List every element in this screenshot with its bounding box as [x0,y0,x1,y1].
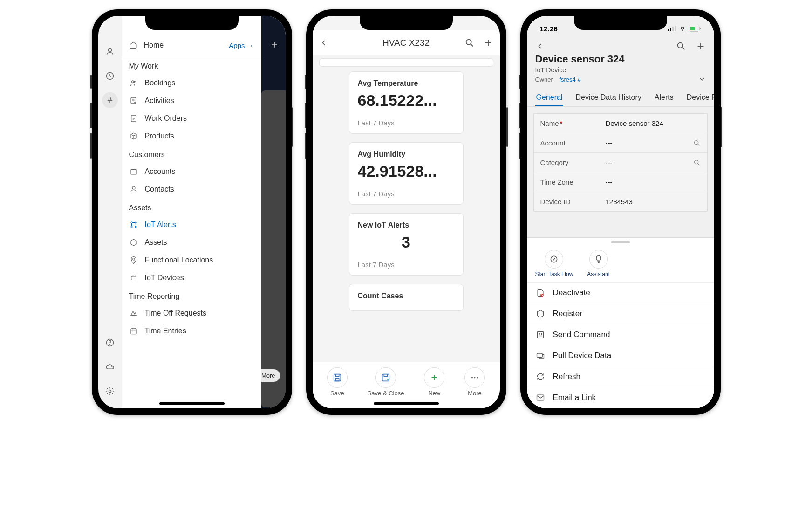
nav-time-off-requests[interactable]: Time Off Requests [122,304,261,322]
metric-card-avg-humidity[interactable]: Avg Humidity 42.91528... Last 7 Days [349,142,464,205]
products-icon [129,132,138,140]
home-icon [129,41,137,49]
field-device-id[interactable]: Device ID 1234543 [534,192,707,211]
phone-frame-2: HVAC X232 Avg Temperature 68.15222... La… [306,9,506,415]
nav-functional-locations[interactable]: Functional Locations [122,251,261,269]
card-period: Last 7 Days [358,261,455,269]
card-period: Last 7 Days [358,119,455,127]
plus-icon[interactable] [270,40,279,49]
help-icon[interactable] [102,335,118,351]
nav-bookings[interactable]: Bookings [122,74,261,92]
plus-icon[interactable] [483,38,493,48]
profile-icon[interactable] [102,44,118,60]
menu-send-command[interactable]: Send Command [527,324,714,345]
metric-card-new-iot-alerts[interactable]: New IoT Alerts 3 Last 7 Days [349,213,464,276]
signal-icon [668,26,676,31]
field-category[interactable]: Category --- [534,153,707,172]
owner-value[interactable]: fsres4 # [559,76,580,83]
background-panel [261,90,286,407]
volume-down [305,133,306,159]
svg-point-23 [474,377,476,379]
nav-products[interactable]: Products [122,127,261,145]
menu-register[interactable]: Register [527,303,714,324]
svg-rect-25 [668,29,669,31]
work-orders-icon [129,114,138,123]
svg-point-4 [109,345,110,345]
more-button[interactable]: More [464,367,485,397]
metric-card-avg-temperature[interactable]: Avg Temperature 68.15222... Last 7 Days [349,71,464,134]
metric-card-count-cases[interactable]: Count Cases [349,284,464,311]
tab-general[interactable]: General [535,90,564,106]
nav-time-entries[interactable]: Time Entries [122,322,261,340]
pin-icon[interactable] [102,92,118,108]
nav-home[interactable]: Home [129,41,164,49]
lookup-icon[interactable] [693,159,701,166]
save-icon [327,367,348,388]
svg-point-24 [477,377,478,379]
svg-point-40 [541,333,542,334]
svg-point-29 [682,30,682,31]
save-close-button[interactable]: Save & Close [368,367,404,397]
back-button[interactable] [535,41,545,51]
cloud-icon[interactable] [102,359,118,375]
svg-point-34 [694,140,698,144]
svg-rect-26 [670,28,671,31]
lookup-icon[interactable] [693,139,701,147]
pull-data-icon [535,351,546,360]
form-panel: Name* Device sensor 324 Account --- Cate… [533,113,708,212]
nav-contacts[interactable]: Contacts [122,180,261,198]
left-rail [98,16,122,408]
plus-icon[interactable] [696,41,706,51]
menu-email-link[interactable]: Email a Link [527,387,714,408]
nav-assets[interactable]: Assets [122,234,261,251]
field-value: --- [606,139,693,147]
page-title: HVAC X232 [382,38,430,48]
action-label: New [428,390,440,397]
field-timezone[interactable]: Time Zone --- [534,172,707,192]
menu-deactivate[interactable]: Deactivate [527,283,714,303]
nav-iot-alerts[interactable]: IoT Alerts [122,216,261,234]
field-name[interactable]: Name* Device sensor 324 [534,114,707,133]
page-title: Device sensor 324 [535,53,706,65]
menu-label: Deactivate [553,288,590,297]
recent-icon[interactable] [102,68,118,84]
nav-accounts[interactable]: Accounts [122,163,261,180]
menu-label: Email a Link [553,393,596,402]
svg-rect-42 [537,395,544,400]
time-off-icon [129,309,138,317]
nav-activities[interactable]: Activities [122,92,261,110]
new-icon [424,367,444,388]
back-button[interactable] [319,38,328,48]
svg-point-33 [677,43,682,48]
assistant-button[interactable]: Assistant [587,250,610,277]
field-account[interactable]: Account --- [534,133,707,153]
apps-link[interactable]: Apps → [229,41,253,49]
menu-pull-device-data[interactable]: Pull Device Data [527,345,714,366]
quick-label: Start Task Flow [535,271,573,277]
nav-label: Assets [145,238,167,247]
start-task-flow-button[interactable]: Start Task Flow [535,250,573,277]
save-button[interactable]: Save [327,367,348,397]
nav-iot-devices[interactable]: IoT Devices [122,269,261,287]
new-button[interactable]: New [424,367,444,397]
settings-icon[interactable] [102,383,118,399]
svg-rect-18 [131,329,136,334]
tab-device-data-history[interactable]: Device Data History [574,90,642,106]
tab-alerts[interactable]: Alerts [654,90,675,106]
save-close-icon [375,367,396,388]
chevron-down-icon[interactable] [698,76,706,83]
volume-up [305,103,306,128]
home-label: Home [144,41,164,49]
section-customers: Customers [122,145,261,163]
search-icon[interactable] [464,38,475,48]
nav-work-orders[interactable]: Work Orders [122,110,261,127]
sheet-handle[interactable] [611,241,630,243]
send-command-icon [535,330,546,339]
search-icon[interactable] [676,41,686,51]
field-value: Device sensor 324 [606,119,701,127]
menu-refresh[interactable]: Refresh [527,366,714,387]
collapsed-card [319,58,493,67]
nav-label: Bookings [145,79,176,87]
tab-device-r[interactable]: Device R [686,90,714,106]
card-value: 3 [358,233,455,251]
